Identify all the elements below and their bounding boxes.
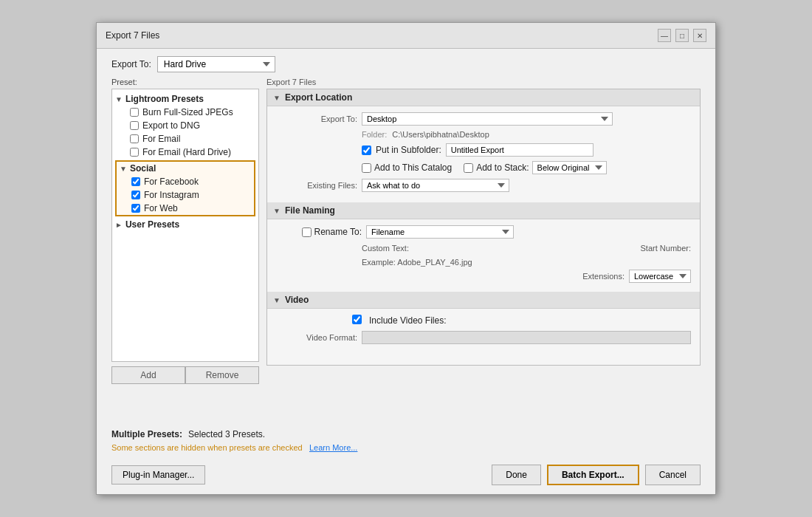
sections-container: ▼ Export Location Export To: Desktop (266, 89, 701, 366)
video-section: ▼ Video Include Video Files: Video Forma… (267, 292, 700, 355)
include-video-checkbox[interactable] (352, 315, 362, 324)
multiple-presets-value: Selected 3 Presets. (188, 429, 265, 439)
video-title: Video (285, 295, 309, 305)
rename-checkbox-row: Rename To: (276, 227, 362, 237)
export-location-section: ▼ Export Location Export To: Desktop (267, 89, 700, 202)
right-buttons: Done Batch Export... Cancel (492, 465, 701, 485)
preset-for-email[interactable]: For Email (125, 132, 258, 145)
include-video-label: Include Video Files: (369, 315, 447, 326)
social-header[interactable]: ▼ Social (117, 162, 254, 175)
export-to-desktop-select[interactable]: Desktop (362, 112, 613, 126)
export-location-arrow-icon: ▼ (273, 94, 281, 102)
title-bar: Export 7 Files — □ ✕ (97, 23, 715, 49)
email-label: For Email (142, 134, 180, 144)
window-controls: — □ ✕ (658, 29, 706, 42)
export-dialog: Export 7 Files — □ ✕ Export To: Hard Dri… (96, 22, 716, 495)
preset-panel: ▼ Lightroom Presets Burn Full-Sized JPEG… (111, 89, 259, 423)
preset-for-email-hd[interactable]: For Email (Hard Drive) (125, 145, 258, 159)
preset-burn-full-sized[interactable]: Burn Full-Sized JPEGs (125, 106, 258, 119)
start-number-label: Start Number: (641, 244, 691, 253)
export-location-header[interactable]: ▼ Export Location (267, 89, 700, 106)
main-content: ▼ Lightroom Presets Burn Full-Sized JPEG… (97, 89, 715, 423)
export-count-label-container: Export 7 Files (266, 77, 701, 87)
existing-files-row: Existing Files: Ask what to do (276, 179, 691, 192)
social-arrow-icon: ▼ (120, 165, 127, 173)
preset-label: Preset: (111, 78, 137, 86)
export-location-title: Export Location (285, 92, 352, 103)
add-stack-label: Add to Stack: (476, 162, 529, 173)
video-header[interactable]: ▼ Video (267, 292, 700, 309)
email-hd-checkbox[interactable] (130, 148, 139, 157)
bottom-bar: Multiple Presets: Selected 3 Presets. So… (97, 423, 715, 459)
existing-files-select[interactable]: Ask what to do (362, 179, 509, 192)
plugin-manager-button[interactable]: Plug-in Manager... (111, 465, 205, 485)
add-preset-button[interactable]: Add (111, 366, 185, 384)
folder-path: Folder: C:\Users\pibhatna\Desktop (276, 130, 691, 139)
email-hd-label: For Email (Hard Drive) (142, 147, 231, 157)
learn-more-link[interactable]: Learn More... (309, 443, 357, 452)
right-panel: ▼ Export Location Export To: Desktop (266, 89, 701, 423)
subfolder-input[interactable] (446, 143, 593, 157)
video-format-row: Video Format: (276, 331, 691, 344)
instagram-checkbox[interactable] (131, 191, 140, 199)
preset-label-container: Preset: (111, 77, 259, 87)
stack-select[interactable]: Below Original (532, 161, 607, 174)
folder-label: Folder: (362, 130, 387, 139)
web-checkbox[interactable] (131, 204, 140, 213)
export-to-select[interactable]: Hard Drive (157, 56, 275, 72)
file-naming-header[interactable]: ▼ File Naming (267, 202, 700, 219)
preset-facebook[interactable]: For Facebook (127, 175, 254, 188)
multiple-presets-label: Multiple Presets: (111, 429, 182, 439)
burn-checkbox[interactable] (130, 108, 139, 117)
subfolder-label: Put in Subfolder: (376, 145, 441, 155)
email-checkbox[interactable] (130, 134, 139, 143)
preset-export-dng[interactable]: Export to DNG (125, 119, 258, 132)
done-button[interactable]: Done (492, 465, 541, 485)
preset-web[interactable]: For Web (127, 202, 254, 215)
catalog-row: Add to This Catalog Add to Stack: Below … (276, 161, 691, 174)
facebook-checkbox[interactable] (131, 177, 140, 186)
facebook-label: For Facebook (144, 177, 199, 187)
preset-instagram[interactable]: For Instagram (127, 188, 254, 202)
add-catalog-checkbox[interactable] (362, 163, 371, 173)
example-row: Example: Adobe_PLAY_46.jpg (276, 258, 691, 267)
minimize-button[interactable]: — (658, 29, 671, 42)
subfolder-checkbox[interactable] (362, 145, 371, 155)
start-number-container: Start Number: (641, 243, 691, 253)
video-arrow-icon: ▼ (273, 296, 281, 304)
web-label: For Web (144, 203, 178, 213)
rename-checkbox[interactable] (302, 227, 312, 237)
close-button[interactable]: ✕ (693, 29, 706, 42)
batch-export-button[interactable]: Batch Export... (547, 465, 639, 485)
preset-buttons: Add Remove (111, 366, 259, 384)
subfolder-row: Put in Subfolder: (276, 143, 691, 157)
extensions-select[interactable]: Lowercase (629, 270, 691, 283)
remove-preset-button[interactable]: Remove (185, 366, 259, 384)
rename-row: Rename To: Filename (276, 225, 691, 239)
social-items: For Facebook For Instagram For Web (117, 175, 254, 215)
export-to-label: Export To: (111, 59, 151, 69)
export-to-form-label: Export To: (276, 114, 357, 123)
cancel-button[interactable]: Cancel (645, 465, 701, 485)
instagram-label: For Instagram (144, 190, 199, 200)
folder-value: C:\Users\pibhatna\Desktop (392, 130, 489, 139)
presets-info: Multiple Presets: Selected 3 Presets. (111, 429, 701, 439)
export-location-body: Export To: Desktop Folder: C:\Users\pibh… (267, 106, 700, 202)
extensions-row: Extensions: Lowercase (276, 270, 691, 283)
dng-checkbox[interactable] (130, 121, 139, 130)
existing-files-label: Existing Files: (276, 181, 357, 190)
maximize-button[interactable]: □ (675, 29, 689, 42)
burn-label: Burn Full-Sized JPEGs (142, 107, 233, 117)
lightroom-presets-header[interactable]: ▼ Lightroom Presets (112, 92, 258, 106)
rename-select[interactable]: Filename (366, 225, 514, 239)
add-stack-checkbox[interactable] (464, 163, 473, 173)
lightroom-presets-label: Lightroom Presets (125, 94, 204, 104)
file-naming-title: File Naming (285, 205, 335, 216)
add-catalog-row: Add to This Catalog (362, 162, 452, 173)
export-count-label: Export 7 Files (266, 78, 316, 86)
video-format-label: Video Format: (276, 333, 357, 342)
video-body: Include Video Files: Video Format: (267, 309, 700, 355)
user-presets-header[interactable]: ► User Presets (112, 218, 258, 231)
rename-label: Rename To: (314, 227, 362, 237)
preset-tree[interactable]: ▼ Lightroom Presets Burn Full-Sized JPEG… (111, 89, 259, 362)
